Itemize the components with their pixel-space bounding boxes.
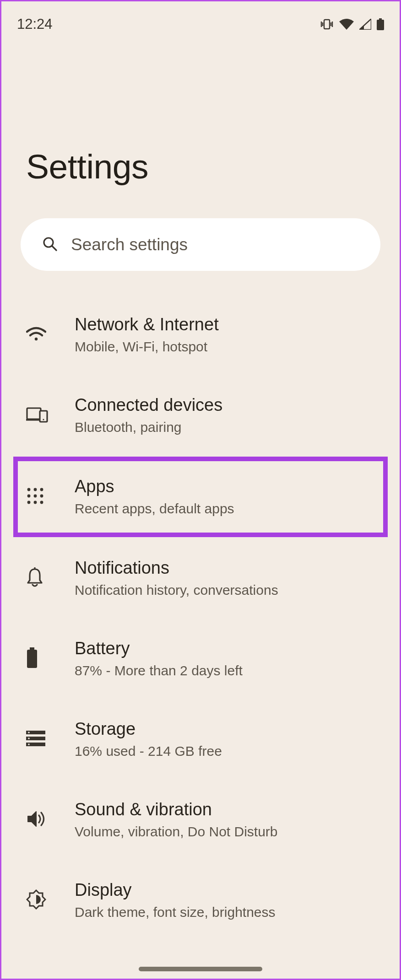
page-title: Settings [26,147,400,186]
setting-title: Display [75,879,381,901]
setting-subtitle: Mobile, Wi-Fi, hotspot [75,338,381,356]
svg-line-8 [52,246,56,250]
svg-rect-25 [27,650,37,668]
setting-item-sound[interactable]: Sound & vibration Volume, vibration, Do … [1,780,400,860]
svg-point-16 [40,488,43,491]
svg-point-15 [34,488,37,491]
bell-icon [26,567,43,589]
setting-title: Connected devices [75,394,381,416]
search-bar[interactable]: Search settings [21,218,380,271]
svg-point-14 [27,488,31,491]
setting-title: Battery [75,638,381,660]
setting-item-apps[interactable]: Apps Recent apps, default apps [13,457,388,537]
svg-point-18 [34,495,37,498]
svg-rect-0 [324,20,330,29]
svg-point-30 [28,738,30,739]
svg-point-9 [35,338,38,340]
apps-icon [26,487,44,507]
setting-item-display[interactable]: Display Dark theme, font size, brightnes… [1,860,400,941]
setting-subtitle: 87% - More than 2 days left [75,662,381,680]
svg-point-21 [34,501,37,504]
vibrate-icon [320,19,334,30]
setting-title: Storage [75,718,381,740]
battery-icon [26,647,38,670]
brightness-icon [26,889,46,911]
speaker-icon [26,810,46,830]
setting-subtitle: Volume, vibration, Do Not Disturb [75,823,381,841]
svg-rect-6 [377,20,384,30]
setting-item-storage[interactable]: Storage 16% used - 214 GB free [1,699,400,780]
svg-point-17 [27,495,31,498]
setting-subtitle: Bluetooth, pairing [75,418,381,437]
setting-subtitle: Recent apps, default apps [75,500,381,518]
setting-title: Notifications [75,557,381,579]
battery-icon [377,18,384,30]
cellular-icon [359,19,371,30]
svg-point-31 [28,743,30,745]
setting-title: Apps [75,476,381,498]
setting-item-battery[interactable]: Battery 87% - More than 2 days left [1,619,400,699]
navigation-handle[interactable] [139,967,262,971]
svg-point-20 [27,501,31,504]
wifi-icon [339,19,354,30]
status-time: 12:24 [17,16,53,32]
search-placeholder: Search settings [71,235,188,254]
settings-list: Network & Internet Mobile, Wi-Fi, hotspo… [1,295,400,941]
status-bar: 12:24 [1,1,400,37]
svg-point-22 [40,501,43,504]
wifi-icon [26,326,46,344]
status-icons [320,18,384,30]
setting-item-network[interactable]: Network & Internet Mobile, Wi-Fi, hotspo… [1,295,400,375]
svg-point-19 [40,495,43,498]
svg-point-29 [28,732,30,733]
svg-point-13 [43,419,44,420]
setting-subtitle: 16% used - 214 GB free [75,742,381,761]
svg-rect-5 [379,18,382,20]
setting-item-connected-devices[interactable]: Connected devices Bluetooth, pairing [1,375,400,456]
setting-subtitle: Notification history, conversations [75,581,381,600]
setting-subtitle: Dark theme, font size, brightness [75,903,381,922]
search-icon [42,236,58,254]
devices-icon [26,406,48,425]
setting-item-notifications[interactable]: Notifications Notification history, conv… [1,538,400,619]
storage-icon [26,731,45,748]
setting-title: Sound & vibration [75,799,381,821]
setting-title: Network & Internet [75,314,381,336]
svg-rect-24 [30,647,34,650]
svg-rect-10 [27,408,41,419]
